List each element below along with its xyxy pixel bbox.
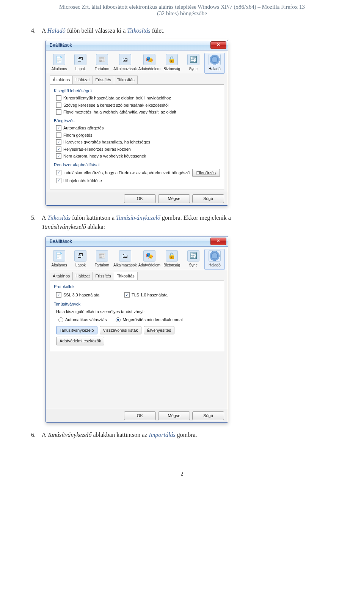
tab-lapok[interactable]: 🗗Lapok — [70, 53, 91, 74]
general-icon: 📄 — [53, 54, 65, 65]
group-protokollok-title: Protokollok — [54, 284, 220, 290]
group-tanusitvanyok: Tanúsítványok Ha a kiszolgáló elkéri a s… — [54, 301, 220, 345]
ok-button[interactable]: OK — [124, 411, 156, 420]
chk-donottrack[interactable]: Nem akarom, hogy a webhelyek kövessenek — [56, 153, 220, 159]
subtabs: Általános Hálózat Frissítés Titkosítás — [46, 270, 228, 280]
dialog-buttons: OK Mégse Súgó — [46, 192, 228, 205]
subtab-titkositas[interactable]: Titkosítás — [114, 76, 138, 84]
tab-biztonsag[interactable]: 🔒Biztonság — [162, 53, 182, 74]
gear-icon — [209, 54, 221, 65]
tab-halado[interactable]: Haladó — [204, 53, 225, 74]
revocation-lists-button[interactable]: Visszavonási listák — [100, 326, 141, 335]
checkbox-icon — [56, 139, 61, 145]
radio-confirm[interactable]: Megerősítés minden alkalommal — [116, 317, 182, 323]
header-line2: (32 bites) böngészőbe — [157, 10, 207, 16]
subtab-altalanos[interactable]: Általános — [50, 76, 73, 84]
cert-buttons: Tanúsítványkezelő Visszavonási listák Ér… — [56, 326, 220, 345]
group-bongeszes: Böngészés Automatikus görgetés Finom gör… — [54, 118, 220, 159]
tab-sync[interactable]: 🔄Sync — [183, 53, 203, 74]
tab-adatvedelem[interactable]: 🎭Adatvédelem — [138, 249, 161, 270]
radio-icon — [58, 317, 63, 322]
security-devices-button[interactable]: Adatvédelmi eszközök — [56, 337, 104, 345]
privacy-icon: 🎭 — [143, 54, 155, 65]
titlebar[interactable]: Beállítások ✕ — [46, 40, 228, 50]
apps-icon: 🗂 — [119, 250, 131, 262]
help-button[interactable]: Súgó — [192, 194, 224, 203]
step-4: 4. A Haladó fülön belül válassza ki a Ti… — [42, 26, 334, 35]
sync-icon: 🔄 — [187, 54, 199, 65]
chk-hwaccel[interactable]: Hardveres gyorsítás használata, ha lehet… — [56, 139, 220, 145]
tab-biztonsag[interactable]: 🔒Biztonság — [162, 249, 182, 270]
checkbox-icon — [56, 132, 61, 138]
group-rendszer: Rendszer alapbeállításai Induláskor elle… — [54, 162, 220, 184]
checkbox-icon — [56, 95, 61, 101]
titkositas-ref: Titkosítás — [127, 27, 150, 34]
chk-szoveg[interactable]: Szöveg keresése a keresett szó beírásána… — [56, 102, 220, 109]
tab-altalanos[interactable]: 📄Általános — [49, 249, 69, 270]
radio-icon — [116, 317, 121, 322]
privacy-icon: 🎭 — [143, 250, 155, 262]
chk-autoscroll[interactable]: Automatikus görgetés — [56, 125, 220, 131]
chk-defaultcheck[interactable]: Induláskor ellenőrzés, hogy a Firefox-e … — [56, 169, 220, 177]
window-title: Beállítások — [50, 42, 210, 49]
chk-ssl30[interactable]: SSL 3.0 használata — [56, 292, 99, 298]
checkbox-icon — [56, 147, 61, 152]
panel-encryption: Protokollok SSL 3.0 használata TLS 1.0 h… — [50, 280, 224, 351]
step-6: 6. A Tanúsítványkezelő ablakban kattints… — [42, 430, 334, 440]
chk-spellcheck[interactable]: Helyesírás-ellenőrzés beírás közben — [56, 146, 220, 153]
category-toolbar: 📄Általános 🗗Lapok 📰Tartalom 🗂Alkalmazáso… — [46, 247, 228, 270]
cancel-button[interactable]: Mégse — [158, 411, 190, 420]
group-protokollok: Protokollok SSL 3.0 használata TLS 1.0 h… — [54, 284, 220, 299]
checkbox-icon — [56, 109, 61, 115]
sync-icon: 🔄 — [187, 250, 199, 262]
tab-halado[interactable]: Haladó — [204, 249, 225, 270]
tab-alkalmazasok[interactable]: 🗂Alkalmazások — [113, 249, 137, 270]
chk-tls10[interactable]: TLS 1.0 használata — [124, 292, 168, 298]
gear-icon — [209, 250, 221, 262]
radio-auto[interactable]: Automatikus választás — [58, 317, 107, 323]
subtab-halozat[interactable]: Hálózat — [72, 76, 93, 84]
close-button[interactable]: ✕ — [210, 238, 226, 245]
tab-tartalom[interactable]: 📰Tartalom — [92, 249, 112, 270]
tab-lapok[interactable]: 🗗Lapok — [70, 249, 91, 270]
group-kisegito: Kisegítő lehetőségek Kurzorbillentyűk ha… — [54, 88, 220, 115]
close-button[interactable]: ✕ — [210, 41, 226, 49]
content-icon: 📰 — [96, 54, 108, 65]
security-icon: 🔒 — [166, 250, 178, 262]
settings-dialog-1: Beállítások ✕ 📄Általános 🗗Lapok 📰Tartalo… — [46, 40, 228, 206]
dialog-spacer — [46, 353, 228, 409]
tab-tartalom[interactable]: 📰Tartalom — [92, 53, 112, 74]
cancel-button[interactable]: Mégse — [158, 194, 190, 203]
tab-altalanos[interactable]: 📄Általános — [49, 53, 69, 74]
ok-button[interactable]: OK — [124, 194, 156, 203]
tabs-icon: 🗗 — [74, 54, 86, 65]
cert-prompt: Ha a kiszolgáló elkéri a személyes tanús… — [56, 309, 220, 315]
subtab-halozat[interactable]: Hálózat — [72, 272, 93, 280]
validation-button[interactable]: Érvényesítés — [144, 326, 175, 335]
group-rendszer-title: Rendszer alapbeállításai — [54, 162, 220, 168]
subtab-frissites[interactable]: Frissítés — [93, 272, 115, 280]
chk-figyelmeztetes[interactable]: Figyelmeztetés, ha a webhely átirányítja… — [56, 109, 220, 115]
subtab-titkositas[interactable]: Titkosítás — [114, 272, 138, 280]
tab-sync[interactable]: 🔄Sync — [183, 249, 203, 270]
chk-kurzor[interactable]: Kurzorbillentyűk használata az oldalon b… — [56, 95, 220, 101]
tab-alkalmazasok[interactable]: 🗂Alkalmazások — [113, 53, 137, 74]
subtab-altalanos[interactable]: Általános — [50, 272, 73, 280]
settings-dialog-2: Beállítások ✕ 📄Általános 🗗Lapok 📰Tartalo… — [46, 236, 228, 423]
page-header: Microsec Zrt. által kibocsátott elektron… — [0, 0, 364, 19]
tanusitvanykezelo-ref: Tanúsítványkezelő — [47, 432, 92, 438]
titlebar[interactable]: Beállítások ✕ — [46, 236, 228, 247]
help-button[interactable]: Súgó — [192, 411, 224, 420]
header-line1: Microsec Zrt. által kibocsátott elektron… — [59, 4, 305, 10]
subtab-frissites[interactable]: Frissítés — [93, 76, 115, 84]
checkbox-icon — [56, 292, 61, 298]
titkositas-ref: Titkosítás — [47, 214, 71, 221]
cert-manager-button[interactable]: Tanúsítványkezelő — [56, 326, 97, 335]
tab-adatvedelem[interactable]: 🎭Adatvédelem — [138, 53, 161, 74]
group-bongeszes-title: Böngészés — [54, 118, 220, 124]
check-now-button[interactable]: Ellenőrzés — [192, 169, 220, 177]
chk-smoothscroll[interactable]: Finom görgetés — [56, 132, 220, 139]
step-5: 5. A Titkosítás fülön kattintson a Tanús… — [42, 213, 334, 232]
chk-crashreport[interactable]: Hibajelentés küldése — [56, 178, 220, 184]
halado-ref: Haladó — [47, 27, 66, 34]
